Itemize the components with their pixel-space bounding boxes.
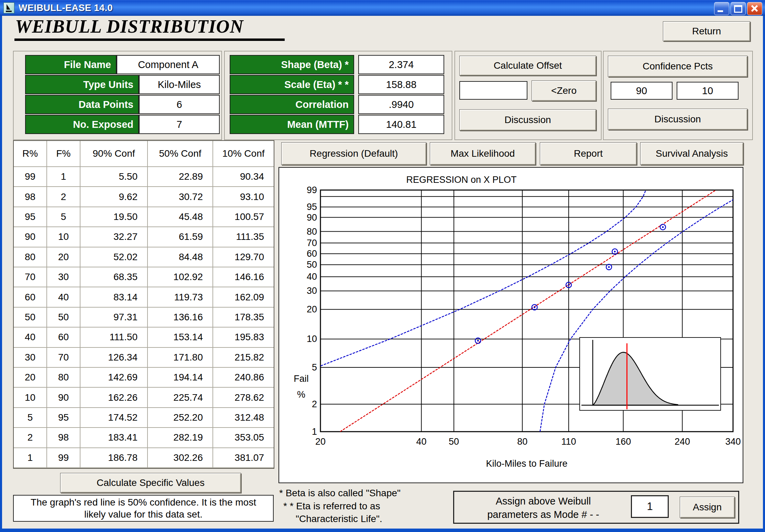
scale-eta-value: 158.88: [358, 75, 444, 94]
offset-discussion-button[interactable]: Discussion: [459, 109, 596, 131]
table-cell: 146.16: [213, 267, 274, 287]
table-cell: 5.50: [80, 167, 148, 187]
report-button[interactable]: Report: [540, 142, 637, 165]
table-cell: 90: [14, 227, 47, 247]
table-row: 802052.0284.48129.70: [14, 247, 274, 267]
regression-plot-panel: REGRESSION on X PLOT Fail % Kilo-Miles t…: [278, 167, 743, 483]
regression-button[interactable]: Regression (Default): [281, 142, 426, 165]
return-button[interactable]: Return: [663, 21, 750, 41]
table-cell: 40: [47, 287, 80, 307]
table-cell: 30: [14, 348, 47, 368]
confidence-panel: Confidence Pcts Discussion: [603, 51, 753, 140]
shape-beta-label: Shape (Beta) *: [230, 55, 354, 74]
x-tick-label: 160: [609, 436, 638, 447]
table-cell: 80: [47, 368, 80, 388]
y-axis-title: Fail %: [285, 371, 317, 403]
type-units-value: Kilo-Miles: [139, 75, 220, 94]
table-cell: 84.48: [148, 247, 213, 267]
mode-number-input[interactable]: [631, 495, 669, 518]
table-cell: 5: [14, 408, 47, 428]
y-tick-label: 40: [292, 271, 317, 282]
zero-button[interactable]: <Zero: [532, 80, 596, 101]
regression-plot-canvas: [279, 168, 743, 483]
table-cell: 95: [47, 408, 80, 428]
data-points-label: Data Points: [25, 95, 139, 114]
column-header-f: F%: [47, 141, 80, 167]
table-row: 604083.14119.73162.09: [14, 287, 274, 307]
max-likelihood-button[interactable]: Max Likelihood: [430, 142, 536, 165]
table-cell: 282.19: [148, 428, 213, 448]
calculate-specific-values-button[interactable]: Calculate Specific Values: [60, 473, 241, 493]
y-tick-label: 50: [292, 259, 317, 270]
y-tick-label: 20: [292, 304, 317, 315]
table-cell: 1: [47, 167, 80, 187]
upper-confidence-input[interactable]: [611, 82, 673, 100]
table-cell: 90: [47, 388, 80, 408]
survival-analysis-button[interactable]: Survival Analysis: [640, 142, 743, 165]
lower-confidence-input[interactable]: [677, 82, 739, 100]
mean-mttf-label: Mean (MTTF): [230, 115, 354, 134]
table-row: 1090162.26225.74278.62: [14, 388, 274, 408]
table-row: 9829.6230.7293.10: [14, 187, 274, 207]
table-cell: 83.14: [80, 287, 148, 307]
window-frame-left: [0, 16, 2, 532]
table-row: 3070126.34171.80215.82: [14, 348, 274, 368]
table-cell: 126.34: [80, 348, 148, 368]
x-tick-label: 240: [668, 436, 697, 447]
table-cell: 153.14: [148, 328, 213, 347]
table-cell: 20: [14, 368, 47, 388]
x-tick-label: 50: [439, 436, 468, 447]
table-cell: 95: [14, 207, 47, 227]
table-cell: 171.80: [148, 348, 213, 368]
x-tick-label: 80: [508, 436, 537, 447]
table-cell: 68.35: [80, 267, 148, 287]
y-tick-label: 30: [292, 286, 317, 296]
correlation-value: .9940: [358, 95, 444, 114]
table-row: 4060111.50153.14195.83: [14, 328, 274, 347]
y-tick-label: 10: [292, 334, 317, 344]
y-tick-label: 5: [292, 362, 317, 373]
table-row: 298183.41282.19353.05: [14, 428, 274, 448]
calculate-offset-button[interactable]: Calculate Offset: [459, 56, 596, 76]
data-points-value: 6: [139, 95, 220, 114]
table-cell: 136.16: [148, 308, 213, 328]
y-tick-label: 1: [292, 426, 317, 437]
close-button[interactable]: [747, 2, 762, 15]
minimize-button[interactable]: [714, 2, 729, 15]
y-tick-label: 80: [292, 226, 317, 237]
x-tick-label: 340: [719, 436, 747, 447]
offset-input[interactable]: [459, 81, 527, 100]
scale-eta-label: Scale (Eta) * *: [230, 75, 354, 94]
table-row: 505097.31136.16178.35: [14, 308, 274, 328]
table-cell: 99: [47, 448, 80, 468]
file-name-value: Component A: [117, 55, 220, 74]
table-cell: 19.50: [80, 207, 148, 227]
table-cell: 70: [47, 348, 80, 368]
table-cell: 240.86: [213, 368, 274, 388]
assign-button[interactable]: Assign: [680, 497, 735, 518]
column-header-50conf: 50% Conf: [148, 141, 213, 167]
table-cell: 381.07: [213, 448, 274, 468]
y-tick-label: 2: [292, 399, 317, 410]
maximize-button[interactable]: [731, 2, 746, 15]
assign-mode-label: Assign above Weibull parameters as Mode …: [459, 495, 627, 521]
data-point-center: [477, 340, 479, 342]
confidence-discussion-button[interactable]: Discussion: [608, 109, 747, 130]
y-tick-label: 95: [292, 202, 317, 212]
shape-beta-value: 2.374: [358, 55, 444, 74]
table-cell: 61.59: [148, 227, 213, 247]
table-cell: 45.48: [148, 207, 213, 227]
table-cell: 183.41: [80, 428, 148, 448]
confidence-pcts-button[interactable]: Confidence Pcts: [608, 56, 747, 77]
table-cell: 252.20: [148, 408, 213, 428]
data-point-center: [568, 284, 570, 286]
table-row: 595174.52252.20312.48: [14, 408, 274, 428]
table-cell: 60: [14, 287, 47, 307]
table-cell: 162.26: [80, 388, 148, 408]
table-row: 2080142.69194.14240.86: [14, 368, 274, 388]
file-info-panel: File Name Component A Type Units Kilo-Mi…: [13, 51, 222, 140]
confidence-values-table: R%F%90% Conf50% Conf10% Conf 9915.5022.8…: [13, 140, 274, 469]
table-row: 9915.5022.8990.34: [14, 167, 274, 187]
table-cell: 142.69: [80, 368, 148, 388]
table-cell: 2: [47, 187, 80, 207]
